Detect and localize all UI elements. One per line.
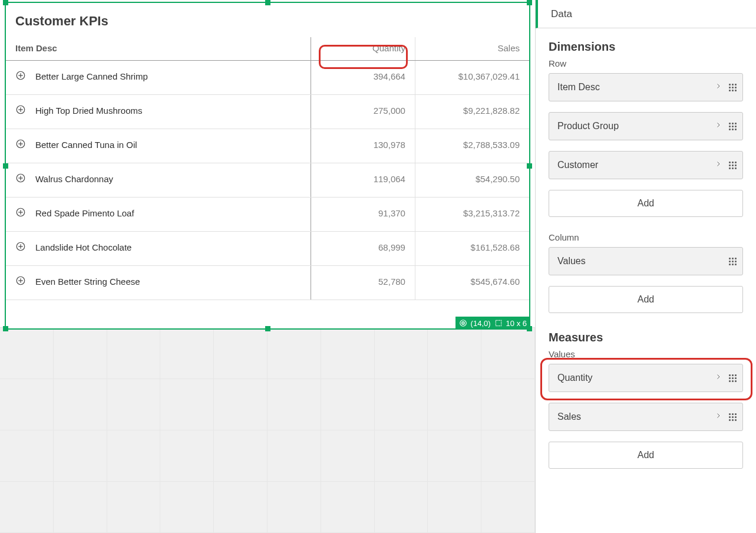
column-header-quantity[interactable]: Quantity: [311, 37, 415, 61]
grip-icon[interactable]: [729, 162, 737, 169]
measure-chip[interactable]: Sales: [549, 403, 743, 431]
dimension-row-chip[interactable]: Item Desc: [549, 73, 743, 101]
target-icon: [459, 319, 467, 327]
size-icon: [494, 319, 503, 327]
object-status-bar: (14,0) 10 x 6: [455, 317, 530, 330]
cell-sales: $9,221,828.82: [415, 95, 529, 129]
tab-data[interactable]: Data: [536, 0, 756, 28]
cell-quantity: 275,000: [311, 95, 415, 129]
dimensions-title: Dimensions: [549, 40, 743, 54]
cell-sales: $545,674.60: [415, 266, 529, 300]
chip-label: Values: [557, 256, 586, 266]
table-row[interactable]: Red Spade Pimento Loaf91,370$3,215,313.7…: [6, 198, 529, 232]
dimensions-row-label: Row: [549, 58, 743, 68]
plus-circle-icon[interactable]: [15, 207, 26, 218]
table-row[interactable]: Landslide Hot Chocolate68,999$161,528.68: [6, 232, 529, 266]
plus-circle-icon[interactable]: [15, 241, 26, 252]
cell-quantity: 130,978: [311, 129, 415, 163]
cell-sales: $161,528.68: [415, 232, 529, 266]
dimension-row-chip[interactable]: Product Group: [549, 112, 743, 140]
object-title: Customer KPIs: [6, 3, 529, 37]
chevron-right-icon[interactable]: [715, 82, 722, 93]
grip-icon[interactable]: [729, 123, 737, 130]
cell-sales: $3,215,313.72: [415, 198, 529, 232]
sheet-canvas[interactable]: Customer KPIs Item Desc Quantity Sales B…: [0, 0, 535, 533]
add-row-dimension-button[interactable]: Add: [549, 190, 743, 217]
plus-circle-icon[interactable]: [15, 275, 26, 286]
grip-icon[interactable]: [729, 84, 737, 91]
cell-quantity: 91,370: [311, 198, 415, 232]
dimensions-column-label: Column: [549, 232, 743, 242]
svg-point-23: [463, 323, 463, 323]
cell-quantity: 394,664: [311, 61, 415, 95]
svg-rect-24: [496, 320, 501, 325]
cell-sales: $54,290.50: [415, 163, 529, 198]
chip-label: Quantity: [557, 373, 593, 383]
cell-item-desc[interactable]: Landslide Hot Chocolate: [6, 232, 311, 266]
chevron-right-icon[interactable]: [715, 160, 722, 170]
measure-chip[interactable]: Quantity: [549, 364, 743, 392]
column-header-sales[interactable]: Sales: [415, 37, 529, 61]
kpi-object[interactable]: Customer KPIs Item Desc Quantity Sales B…: [5, 2, 530, 330]
cell-item-desc[interactable]: Better Large Canned Shrimp: [6, 61, 311, 95]
grip-icon[interactable]: [729, 374, 737, 382]
table-row[interactable]: Walrus Chardonnay119,064$54,290.50: [6, 163, 529, 198]
table-row[interactable]: Even Better String Cheese52,780$545,674.…: [6, 266, 529, 300]
plus-circle-icon[interactable]: [15, 173, 26, 183]
table-row[interactable]: Better Large Canned Shrimp394,664$10,367…: [6, 61, 529, 95]
chip-label: Sales: [557, 412, 581, 422]
resize-handle[interactable]: [527, 163, 532, 169]
measures-values-label: Values: [549, 349, 743, 359]
resize-handle[interactable]: [3, 0, 8, 5]
cell-item-desc[interactable]: Even Better String Cheese: [6, 266, 311, 300]
add-measure-button[interactable]: Add: [549, 442, 743, 469]
status-size: 10 x 6: [506, 319, 527, 328]
grip-icon[interactable]: [729, 413, 737, 421]
chip-label: Customer: [557, 160, 598, 170]
status-coords: (14,0): [471, 319, 491, 328]
cell-quantity: 119,064: [311, 163, 415, 198]
chevron-right-icon[interactable]: [715, 121, 722, 131]
cell-quantity: 52,780: [311, 266, 415, 300]
chip-label: Product Group: [557, 121, 619, 131]
cell-item-desc[interactable]: Better Canned Tuna in Oil: [6, 129, 311, 163]
plus-circle-icon[interactable]: [15, 139, 26, 149]
measures-title: Measures: [549, 331, 743, 344]
plus-circle-icon[interactable]: [15, 70, 26, 81]
chevron-right-icon[interactable]: [715, 373, 722, 383]
cell-quantity: 68,999: [311, 232, 415, 266]
dimension-row-chip[interactable]: Customer: [549, 151, 743, 179]
kpi-table: Item Desc Quantity Sales Better Large Ca…: [6, 37, 529, 300]
sheet-grid: [0, 327, 535, 533]
cell-sales: $10,367,029.41: [415, 61, 529, 95]
chevron-right-icon[interactable]: [715, 412, 722, 422]
add-column-dimension-button[interactable]: Add: [549, 286, 743, 313]
resize-handle[interactable]: [3, 326, 8, 331]
resize-handle[interactable]: [265, 326, 270, 331]
resize-handle[interactable]: [265, 0, 270, 5]
cell-item-desc[interactable]: High Top Dried Mushrooms: [6, 95, 311, 129]
resize-handle[interactable]: [527, 0, 532, 5]
properties-panel: Data Dimensions Row Item DescProduct Gro…: [535, 0, 756, 533]
column-header-item[interactable]: Item Desc: [6, 37, 311, 61]
cell-item-desc[interactable]: Red Spade Pimento Loaf: [6, 198, 311, 232]
grip-icon[interactable]: [729, 258, 737, 265]
tab-label: Data: [551, 8, 572, 20]
plus-circle-icon[interactable]: [15, 104, 26, 115]
cell-sales: $2,788,533.09: [415, 129, 529, 163]
chip-label: Item Desc: [557, 82, 600, 93]
dimension-column-chip[interactable]: Values: [549, 247, 743, 275]
table-row[interactable]: High Top Dried Mushrooms275,000$9,221,82…: [6, 95, 529, 129]
cell-item-desc[interactable]: Walrus Chardonnay: [6, 163, 311, 198]
table-row[interactable]: Better Canned Tuna in Oil130,978$2,788,5…: [6, 129, 529, 163]
